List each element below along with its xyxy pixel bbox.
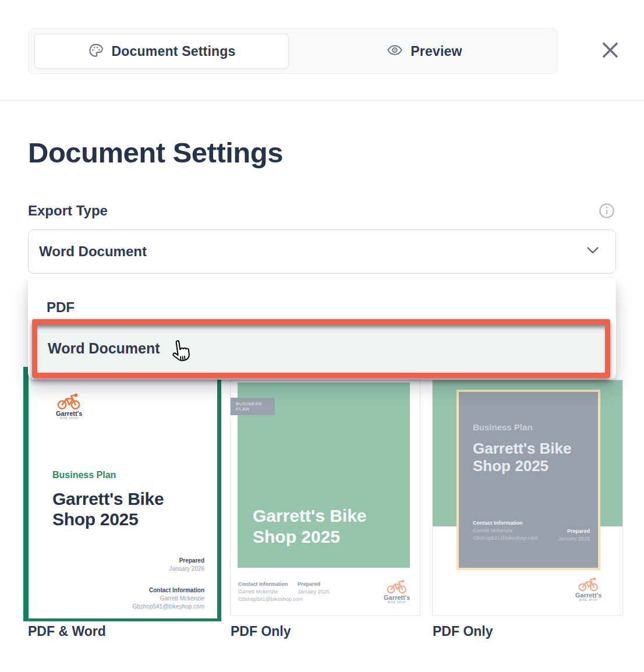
- dropdown-option-word-document[interactable]: Word Document: [37, 324, 605, 373]
- template-card-pdf-word[interactable]: Garrett's BIKE SHOP Business Plan Garret…: [23, 367, 221, 621]
- template-category: Business Plan: [52, 470, 116, 480]
- template-type-label: PDF Only: [231, 624, 291, 639]
- hand-cursor-icon: [167, 337, 193, 368]
- annotation-highlight-box: Word Document: [32, 319, 610, 378]
- tab-preview-label: Preview: [411, 44, 462, 59]
- bike-logo-icon: Garrett's BIKE SHOP: [575, 577, 601, 602]
- template-contact: Contact Information Garrett Mckenzie Gbs…: [473, 519, 537, 542]
- tab-preview[interactable]: Preview: [296, 34, 553, 69]
- template-type-label: PDF Only: [433, 624, 493, 639]
- export-type-selected-value: Word Document: [39, 243, 147, 260]
- template-card-pdf-only-1[interactable]: BUSINESS PLAN Garrett's Bike Shop 2025 C…: [230, 380, 420, 616]
- view-switcher: Document Settings Preview: [28, 28, 558, 74]
- brand-subtitle: BIKE SHOP: [579, 599, 597, 602]
- bike-logo-icon: Garrett's BIKE SHOP: [56, 393, 82, 420]
- brand-subtitle: BIKE SHOP: [388, 601, 406, 604]
- close-button[interactable]: [597, 38, 623, 64]
- eye-icon: [387, 42, 403, 61]
- template-meta: Prepared January 2026 Contact Informatio…: [132, 556, 204, 611]
- template-type-label: PDF & Word: [28, 624, 106, 639]
- template-title: Garrett's Bike Shop 2025: [253, 505, 367, 547]
- bike-logo-icon: Garrett's BIKE SHOP: [384, 579, 410, 604]
- export-type-select[interactable]: Word Document: [28, 229, 616, 274]
- palette-icon: [88, 43, 104, 61]
- template-card-pdf-only-2[interactable]: Business Plan Garrett's Bike Shop 2025 C…: [432, 380, 623, 616]
- tab-document-settings[interactable]: Document Settings: [34, 34, 289, 69]
- dropdown-option-pdf[interactable]: PDF: [28, 292, 616, 323]
- page-title: Document Settings: [28, 136, 283, 169]
- template-category-badge: BUSINESS PLAN: [231, 398, 275, 415]
- info-icon[interactable]: [599, 203, 615, 219]
- dropdown-option-word-document-label: Word Document: [48, 340, 160, 357]
- header-divider: [0, 100, 644, 101]
- tab-document-settings-label: Document Settings: [112, 44, 236, 59]
- cover-panel: Business Plan Garrett's Bike Shop 2025 C…: [457, 390, 600, 570]
- template-category: Business Plan: [473, 422, 533, 432]
- template-prepared: Prepared January 2026: [298, 580, 330, 596]
- brand-subtitle: BIKE SHOP: [60, 417, 78, 420]
- chevron-down-icon: [586, 246, 599, 257]
- template-title: Garrett's Bike Shop 2025: [52, 489, 164, 529]
- close-icon: [599, 38, 622, 64]
- template-prepared: Prepared January 2026: [558, 527, 590, 543]
- template-contact: Contact Information Garrett Mckenzie Gbs…: [238, 580, 303, 603]
- template-title: Garrett's Bike Shop 2025: [473, 440, 571, 475]
- export-type-label: Export Type: [28, 203, 108, 219]
